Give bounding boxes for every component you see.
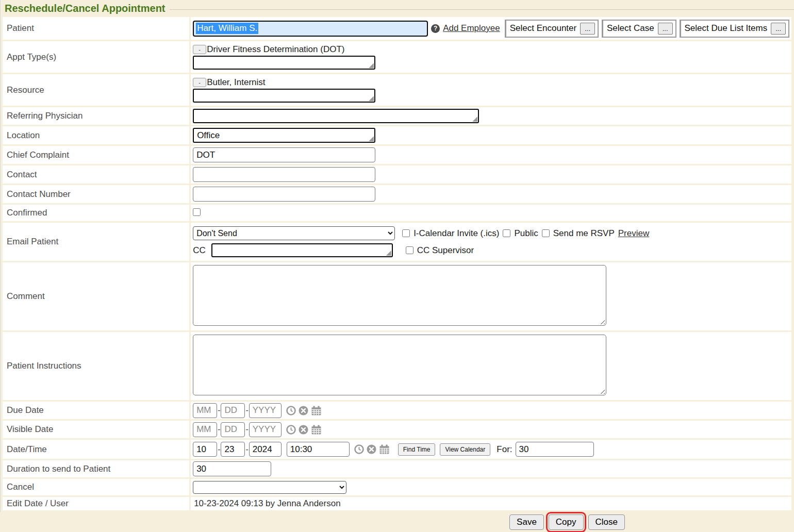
select-encounter-button[interactable]: ... (580, 23, 595, 35)
form-table: Patient Hart, William S. ? Add Employee … (1, 15, 793, 512)
date-time-month-input[interactable] (193, 442, 217, 457)
close-button[interactable]: Close (588, 514, 625, 530)
send-me-rsvp-checkbox[interactable] (542, 229, 550, 237)
calendar-icon[interactable] (311, 406, 322, 415)
duration-row: Duration to send to Patient (3, 460, 791, 477)
patient-row: Patient Hart, William S. ? Add Employee … (3, 17, 791, 40)
contact-row: Contact (3, 165, 791, 184)
clock-icon[interactable] (286, 406, 296, 415)
cancel-row: Cancel (3, 479, 791, 495)
email-send-select[interactable]: Don't Send (193, 226, 395, 240)
location-input[interactable] (193, 128, 375, 143)
calendar-icon[interactable] (311, 425, 322, 435)
help-icon[interactable]: ? (431, 24, 440, 33)
date-separator: - (218, 445, 220, 454)
comment-label: Comment (3, 262, 189, 330)
comment-textarea[interactable] (193, 265, 606, 326)
for-label: For: (497, 444, 512, 455)
visible-date-year-input[interactable] (249, 422, 282, 437)
date-time-day-input[interactable] (221, 442, 245, 457)
date-time-label: Date/Time (3, 440, 189, 459)
visible-date-month-input[interactable] (193, 422, 217, 437)
due-date-year-input[interactable] (249, 403, 282, 418)
visible-date-label: Visible Date (3, 421, 189, 438)
resource-selected: Butler, Internist (207, 77, 265, 88)
chief-complaint-input[interactable] (193, 147, 375, 162)
patient-input[interactable]: Hart, William S. (193, 21, 428, 37)
clock-icon[interactable] (286, 425, 296, 435)
date-time-time-input[interactable] (287, 442, 350, 457)
cancel-label: Cancel (3, 479, 189, 495)
email-patient-row: Email Patient Don't Send I-Calendar Invi… (3, 223, 791, 261)
due-date-day-input[interactable] (221, 403, 245, 418)
appt-type-remove-button[interactable]: - (193, 45, 206, 54)
chief-complaint-label: Chief Complaint (3, 146, 189, 164)
select-due-list-label: Select Due List Items (685, 23, 768, 34)
date-time-row: Date/Time - - Find Ti (3, 440, 791, 459)
confirmed-label: Confirmed (3, 205, 189, 221)
referring-physician-input[interactable] (193, 109, 479, 123)
appt-type-label: Appt Type(s) (3, 41, 189, 73)
resource-row: Resource - Butler, Internist (3, 74, 791, 106)
legend-divider (170, 9, 794, 10)
cancel-select[interactable] (193, 481, 346, 494)
appointment-fieldset: Reschedule/Cancel Appointment Patient Ha… (0, 0, 794, 512)
due-date-month-input[interactable] (193, 403, 217, 418)
comment-row: Comment (3, 262, 791, 330)
duration-input[interactable] (193, 461, 271, 476)
cc-label: CC (193, 245, 206, 256)
edit-date-user-value: 10-23-2024 09:13 by Jenna Anderson (193, 498, 341, 508)
cc-supervisor-checkbox[interactable] (406, 246, 413, 254)
for-duration-input[interactable] (516, 442, 594, 457)
find-time-button[interactable]: Find Time (398, 443, 436, 456)
referring-physician-label: Referring Physician (3, 107, 189, 125)
legend-row: Reschedule/Cancel Appointment (1, 1, 794, 15)
ical-invite-label: I-Calendar Invite (.ics) (413, 228, 499, 239)
ical-invite-checkbox[interactable] (402, 229, 410, 237)
appt-type-search-input[interactable] (193, 56, 375, 70)
public-checkbox[interactable] (503, 229, 510, 237)
contact-number-input[interactable] (193, 187, 375, 202)
referring-physician-row: Referring Physician (3, 107, 791, 125)
location-row: Location (3, 126, 791, 144)
duration-label: Duration to send to Patient (3, 460, 189, 477)
clear-icon[interactable] (299, 425, 308, 435)
contact-input[interactable] (193, 167, 375, 182)
select-case-button[interactable]: ... (658, 23, 673, 35)
copy-button[interactable]: Copy (549, 514, 584, 530)
patient-instructions-label: Patient Instructions (3, 332, 189, 400)
select-due-list-group: Select Due List Items ... (680, 20, 789, 38)
clear-icon[interactable] (299, 406, 308, 415)
select-case-group: Select Case ... (602, 20, 676, 38)
edit-date-user-label: Edit Date / User (3, 497, 189, 510)
resource-remove-button[interactable]: - (193, 78, 206, 87)
clear-icon[interactable] (367, 444, 376, 454)
date-separator: - (218, 425, 220, 434)
save-button[interactable]: Save (509, 514, 544, 530)
confirmed-row: Confirmed (3, 205, 791, 221)
add-employee-link[interactable]: Add Employee (443, 23, 500, 34)
resource-label: Resource (3, 74, 189, 106)
select-due-list-button[interactable]: ... (771, 23, 786, 35)
select-encounter-label: Select Encounter (510, 23, 576, 34)
calendar-icon[interactable] (379, 444, 390, 454)
patient-instructions-textarea[interactable] (193, 335, 606, 395)
select-encounter-group: Select Encounter ... (505, 20, 599, 38)
location-label: Location (3, 126, 189, 144)
date-separator: - (218, 406, 220, 415)
edit-date-user-row: Edit Date / User 10-23-2024 09:13 by Jen… (3, 497, 791, 510)
footer-button-bar: Save Copy Close (0, 512, 794, 530)
view-calendar-button[interactable]: View Calendar (440, 443, 490, 456)
visible-date-day-input[interactable] (221, 422, 245, 437)
cc-input[interactable] (211, 243, 393, 257)
resource-search-input[interactable] (193, 89, 375, 103)
confirmed-checkbox[interactable] (193, 208, 201, 216)
page-title: Reschedule/Cancel Appointment (5, 3, 166, 14)
clock-icon[interactable] (354, 444, 364, 454)
date-separator: - (245, 425, 248, 434)
send-me-rsvp-label: Send me RSVP (553, 228, 615, 239)
preview-link[interactable]: Preview (618, 228, 649, 239)
date-time-year-input[interactable] (249, 442, 282, 457)
chief-complaint-row: Chief Complaint (3, 146, 791, 164)
contact-label: Contact (3, 165, 189, 184)
